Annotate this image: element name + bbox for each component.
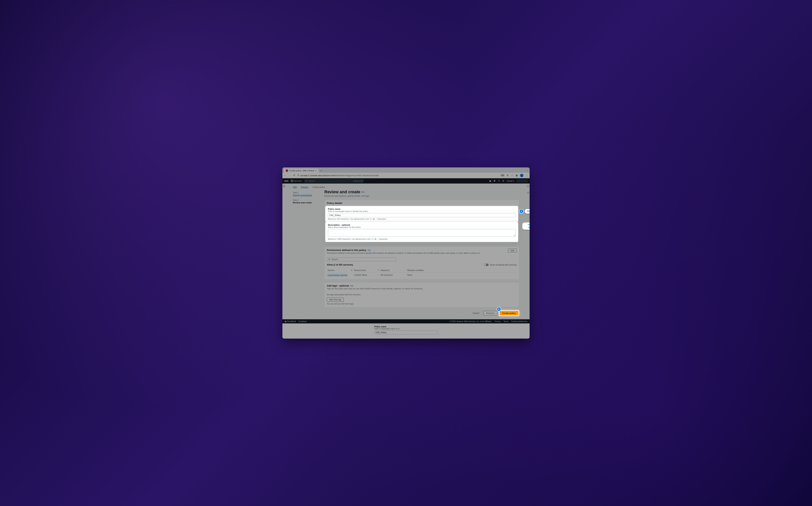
no-tags-message: No tags associated with the resource.	[327, 293, 517, 296]
step-2-current: Review and create	[293, 201, 320, 204]
policy-description-group: Description - optional Add a short expla…	[326, 222, 518, 242]
cookie-link[interactable]: Cookie preferences	[511, 320, 527, 323]
policy-name-input[interactable]	[328, 213, 516, 217]
tag-limit-text: You can add up to 50 more tags.	[327, 303, 517, 305]
edit-button[interactable]: Edit	[508, 249, 517, 252]
tab-title: Create policy | IAM | Global	[289, 169, 314, 172]
settings-icon[interactable]: ⚙	[502, 180, 504, 182]
feedback-link[interactable]: Feedback	[298, 320, 307, 323]
region-selector[interactable]: Global ▾	[507, 180, 514, 182]
url-bar[interactable]: ⚙ us-east-1.console.aws.amazon.com/iam/h…	[297, 174, 499, 177]
privacy-link[interactable]: Privacy	[494, 320, 501, 323]
sidebar-toggle-icon[interactable]: ☰	[282, 183, 286, 319]
account-menu[interactable]	[517, 179, 528, 182]
callout-badge-5: 5	[520, 209, 523, 213]
bookmark-icon[interactable]: ☆	[511, 174, 513, 177]
favicon	[286, 169, 288, 172]
policy-details-panel: Policy details Policy name Enter a meani…	[324, 200, 519, 244]
extra-name-input[interactable]	[374, 331, 438, 334]
callout-badge-6: 6	[497, 307, 501, 311]
permissions-subtext: Permissions defined in this policy docum…	[327, 252, 517, 254]
info-link[interactable]: Info	[350, 285, 353, 287]
site-settings-icon[interactable]: ⚙	[297, 174, 299, 177]
aws-logo[interactable]: aws	[284, 180, 289, 182]
policy-description-hint: Add a short explanation for this policy.	[328, 226, 516, 228]
grid-icon	[291, 180, 293, 182]
menu-icon[interactable]: ⋮	[526, 174, 528, 177]
extra-policy-name-preview: Policy name Enter a meaningful name to i…	[372, 325, 440, 336]
step-1-link[interactable]: Specify permissions	[293, 194, 320, 196]
services-label: Services	[294, 180, 302, 182]
col-request[interactable]: Request condition	[407, 268, 517, 273]
show-remaining-label: Show remaining 402 services	[490, 264, 517, 266]
wizard-steps: Step 1 Specify permissions Step 2 Review…	[293, 189, 320, 316]
search-icon: 🔍︎	[328, 258, 330, 260]
breadcrumb-iam[interactable]: IAM	[293, 186, 297, 188]
policy-details-header: Policy details	[325, 200, 519, 206]
services-menu[interactable]: Services	[291, 180, 302, 182]
tags-header: Add tags - optional	[327, 284, 349, 287]
extra-name-hint: Enter a meaningful name to id	[374, 328, 438, 330]
step-1-label: Step 1	[293, 191, 320, 194]
breadcrumb-policies[interactable]: Policies	[301, 186, 308, 188]
aws-search-input[interactable]: 🔍︎ Search [Option+S]	[304, 179, 364, 183]
tags-panel: Add tags - optional Info Tags are key-va…	[324, 282, 519, 307]
policy-description-input[interactable]	[328, 229, 516, 237]
permissions-search-input[interactable]: 🔍︎ Search	[327, 257, 396, 261]
svg-rect-6	[291, 181, 291, 182]
policy-description-label: Description - optional	[328, 224, 516, 226]
svg-rect-2	[292, 180, 293, 180]
extensions-icon[interactable]: ▣	[516, 174, 518, 177]
clock-icon[interactable]: ◷	[527, 191, 529, 194]
search-icon[interactable]: 🔍︎	[507, 174, 509, 177]
cancel-button[interactable]: Cancel	[470, 311, 482, 315]
policy-name-hint: Enter a meaningful name to identify this…	[328, 210, 516, 213]
terms-link[interactable]: Terms	[504, 320, 509, 323]
cloudshell-icon[interactable]: ▣	[489, 180, 491, 182]
info-link[interactable]: Info	[361, 191, 365, 193]
sort-icon: ▽	[378, 269, 379, 271]
url-domain: us-east-1.console.aws.amazon.com	[300, 174, 335, 177]
help-icon[interactable]: ?⃝	[498, 180, 500, 182]
close-tab-icon[interactable]: ×	[315, 169, 317, 172]
help-panel-icon[interactable]: ⓘ	[527, 185, 529, 188]
page-subtitle: Review the permissions, specify details,…	[324, 195, 519, 197]
profile-avatar[interactable]: •	[520, 174, 523, 177]
forward-icon[interactable]: →	[288, 174, 291, 177]
breadcrumb: IAM 〉 Policies 〉 Create policy	[286, 183, 526, 188]
browser-tab[interactable]: Create policy | IAM | Global ×	[284, 169, 319, 173]
info-link[interactable]: Info	[368, 249, 371, 251]
permissions-table: Service▲ Access level▽ Resource Request …	[327, 268, 517, 277]
notifications-icon[interactable]: 🔔︎	[493, 180, 496, 182]
permissions-panel: Edit Permissions defined in this policy …	[324, 247, 519, 279]
col-access[interactable]: Access level▽	[353, 268, 380, 273]
svg-rect-5	[292, 181, 293, 181]
previous-button[interactable]: Previous	[483, 311, 498, 315]
create-policy-button[interactable]: Create policy	[500, 311, 519, 315]
resource: All resources	[380, 273, 407, 277]
service-link[interactable]: Cost Explorer Service	[328, 274, 347, 276]
col-service[interactable]: Service▲	[327, 268, 353, 273]
cloudshell-link[interactable]: ▣ CloudShell	[285, 320, 296, 323]
policy-description-constraint: Maximum 1,000 characters. Use alphanumer…	[328, 238, 516, 240]
window-expand-icon[interactable]: ⌄	[526, 169, 528, 171]
page-title: Review and create Info	[324, 189, 519, 194]
back-icon[interactable]: ←	[284, 174, 286, 177]
aws-footer: ▣ CloudShell Feedback © 2024, Amazon Web…	[282, 319, 530, 323]
permissions-header: Permissions defined in this policy	[327, 249, 366, 252]
new-tab-button[interactable]: +	[321, 169, 322, 172]
aws-top-nav: aws Services 🔍︎ Search [Option+S] ▣ 🔔︎ ?…	[282, 178, 530, 183]
show-remaining-toggle[interactable]	[484, 264, 488, 266]
breadcrumb-current: Create policy	[312, 186, 325, 188]
request-condition: None	[407, 273, 517, 277]
callout-text-description: You can add a description for the policy…	[522, 223, 530, 230]
translate-icon[interactable]: ⌨	[501, 174, 504, 177]
col-resource[interactable]: Resource	[380, 268, 407, 273]
svg-rect-8	[292, 181, 293, 182]
allow-count: Allow (1 of 403 services)	[327, 263, 353, 266]
policy-name-constraint: Maximum 128 characters. Use alphanumeric…	[328, 218, 516, 220]
access-level: Limited: Read	[353, 273, 380, 277]
reload-icon[interactable]: ⟳	[293, 174, 295, 177]
add-tag-button[interactable]: Add new tag	[327, 298, 344, 302]
chevron-right-icon: 〉	[298, 186, 300, 188]
